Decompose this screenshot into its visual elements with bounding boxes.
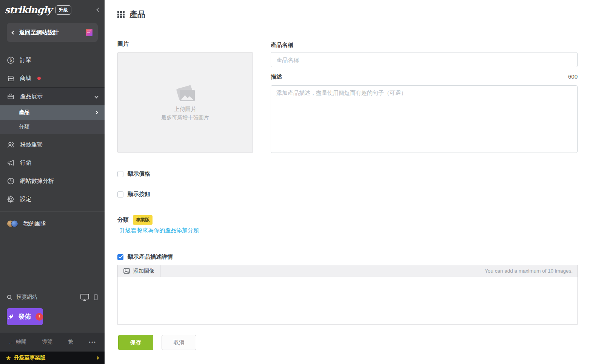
- gear-icon: [7, 195, 15, 203]
- sidebar-nav: $ 訂單 商城 產品展示 產品: [0, 51, 105, 233]
- upload-subtitle: 最多可新增十張圖片: [162, 114, 209, 121]
- chevron-right-icon: [96, 356, 99, 359]
- image-icon: [123, 268, 130, 274]
- upgrade-plan-link[interactable]: 升級套餐來為你的產品添加分類: [120, 227, 199, 234]
- tour-label: 導覽: [42, 339, 52, 345]
- show-button-checkbox-row[interactable]: 顯示按鈕: [117, 191, 150, 198]
- character-counter: 600: [568, 73, 578, 80]
- show-button-label: 顯示按鈕: [128, 191, 150, 198]
- more-menu-button[interactable]: •••: [89, 339, 96, 345]
- storefront-icon: [7, 74, 15, 82]
- sidebar-item-label: 行銷: [20, 159, 31, 167]
- sidebar: strikingly 升級 返回至網站設計 $ 訂單 商城: [0, 0, 105, 364]
- sidebar-bottom: 預覽網站 發佈 ! ←離開 導覽 繁 ••• ★ 升級至專業版: [0, 291, 105, 364]
- form-footer: 保存 取消: [105, 325, 604, 364]
- rocket-icon: [7, 313, 14, 320]
- add-image-label: 添加圖像: [133, 268, 154, 275]
- show-detail-checkbox-row[interactable]: 顯示產品描述詳情: [117, 253, 173, 261]
- back-button-label: 返回至網站設計: [19, 29, 86, 36]
- upgrade-badge-button[interactable]: 升級: [55, 5, 71, 15]
- sidebar-item-audience[interactable]: 粉絲運營: [0, 136, 105, 154]
- notification-dot: [37, 77, 41, 80]
- checkmark-icon: [119, 255, 123, 259]
- image-field-label: 圖片: [117, 40, 129, 48]
- page-header: 產品: [117, 9, 145, 20]
- upgrade-bar-label: 升級至專業版: [14, 355, 46, 361]
- main-content: 產品 圖片 上傳圖片 最多可新增十張圖片 產品名稱 描述 600 顯示價格 顯示…: [105, 0, 604, 364]
- sidebar-item-label: 我的團隊: [23, 220, 46, 227]
- sidebar-divider: [0, 211, 105, 211]
- people-icon: [7, 141, 15, 149]
- sidebar-item-label: 商城: [20, 75, 31, 82]
- logo-row: strikingly 升級: [0, 0, 105, 15]
- preview-label: 預覽網站: [16, 294, 37, 301]
- chevron-left-icon: [12, 31, 15, 34]
- sidebar-item-store[interactable]: 商城: [0, 69, 105, 87]
- add-image-button[interactable]: 添加圖像: [118, 265, 160, 277]
- description-label-row: 描述 600: [271, 73, 578, 80]
- description-editor-toolbar: 添加圖像 You can add a maximum of 10 images.: [117, 265, 578, 277]
- show-detail-label: 顯示產品描述詳情: [128, 253, 173, 261]
- sidebar-item-analytics[interactable]: 網站數據分析: [0, 172, 105, 190]
- megaphone-icon: [7, 159, 15, 167]
- max-images-note: You can add a maximum of 10 images.: [485, 268, 577, 274]
- category-label: 分類: [117, 216, 129, 224]
- sidebar-subitem-label: 產品: [19, 109, 29, 116]
- sidebar-item-label: 訂單: [20, 57, 31, 64]
- briefcase-icon: [7, 93, 15, 100]
- show-detail-checkbox[interactable]: [117, 254, 123, 260]
- leave-label: 離開: [16, 339, 26, 345]
- language-button[interactable]: 繁: [68, 339, 73, 345]
- sidebar-item-marketing[interactable]: 行銷: [0, 154, 105, 172]
- sidebar-subitem-products[interactable]: 產品: [0, 105, 105, 120]
- leave-button[interactable]: ←離開: [8, 339, 26, 345]
- pro-version-badge: 專業版: [133, 215, 153, 225]
- publish-alert-badge: !: [35, 313, 43, 321]
- app-window: strikingly 升級 返回至網站設計 $ 訂單 商城: [0, 0, 604, 364]
- sidebar-item-label: 粉絲運營: [20, 141, 43, 148]
- upgrade-to-pro-bar[interactable]: ★ 升級至專業版: [0, 352, 105, 364]
- page-title: 產品: [129, 9, 145, 20]
- show-button-checkbox[interactable]: [117, 191, 123, 197]
- star-icon: ★: [6, 355, 11, 361]
- description-editor-area[interactable]: [117, 277, 578, 325]
- svg-text:$: $: [10, 58, 12, 62]
- description-field-label: 描述: [271, 73, 282, 80]
- sidebar-collapse-icon[interactable]: [97, 6, 100, 13]
- product-name-input[interactable]: [271, 52, 578, 67]
- name-field-label: 產品名稱: [271, 42, 293, 49]
- back-to-site-editor-button[interactable]: 返回至網站設計: [7, 23, 98, 42]
- language-label: 繁: [68, 339, 73, 345]
- chevron-right-icon: [95, 111, 98, 114]
- pie-chart-icon: [7, 177, 15, 185]
- sidebar-subitem-categories[interactable]: 分類: [0, 120, 105, 134]
- sidebar-item-label: 設定: [20, 196, 31, 203]
- sidebar-item-orders[interactable]: $ 訂單: [0, 51, 105, 69]
- sidebar-item-product-showcase[interactable]: 產品展示: [0, 87, 105, 105]
- grid-icon: [117, 11, 125, 18]
- sidebar-item-label: 網站數據分析: [20, 177, 54, 185]
- desktop-icon[interactable]: [80, 293, 89, 301]
- sidebar-footer: ←離開 導覽 繁 •••: [0, 333, 105, 352]
- strikingly-logo: strikingly: [5, 5, 52, 15]
- sidebar-item-settings[interactable]: 設定: [0, 190, 105, 208]
- show-price-label: 顯示價格: [128, 170, 150, 177]
- sidebar-item-my-team[interactable]: 我的團隊: [0, 214, 105, 233]
- save-button[interactable]: 保存: [118, 335, 153, 350]
- sidebar-nav-secondary: 粉絲運營 行銷 網站數據分析: [0, 136, 105, 208]
- tour-button[interactable]: 導覽: [42, 339, 52, 345]
- cancel-button[interactable]: 取消: [162, 335, 196, 350]
- chevron-down-icon: [95, 95, 99, 99]
- upload-title: 上傳圖片: [174, 106, 197, 113]
- ellipsis-icon: •••: [89, 339, 96, 345]
- arrow-left-icon: ←: [8, 339, 14, 345]
- image-upload-dropzone[interactable]: 上傳圖片 最多可新增十張圖片: [117, 52, 253, 153]
- product-description-textarea[interactable]: [271, 85, 578, 153]
- avatar: [11, 220, 18, 227]
- search-icon: [7, 295, 12, 300]
- show-price-checkbox[interactable]: [117, 171, 123, 177]
- mobile-icon[interactable]: [94, 294, 98, 300]
- show-price-checkbox-row[interactable]: 顯示價格: [117, 170, 150, 177]
- preview-site-button[interactable]: 預覽網站: [0, 291, 105, 304]
- publish-button[interactable]: 發佈 !: [7, 308, 43, 325]
